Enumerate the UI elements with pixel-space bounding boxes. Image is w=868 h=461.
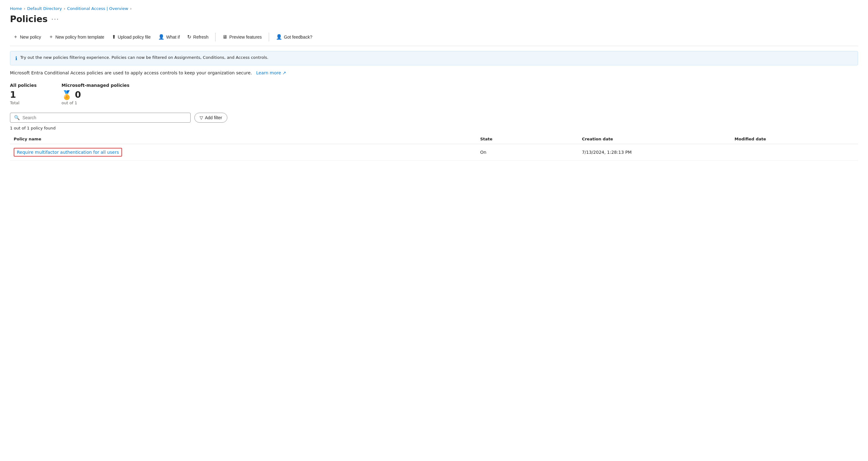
breadcrumb: Home › Default Directory › Conditional A… [10, 6, 858, 11]
upload-icon: ⬆ [112, 34, 116, 40]
toolbar: ＋ New policy ＋ New policy from template … [10, 32, 858, 46]
page-menu-button[interactable]: ··· [52, 15, 59, 23]
toolbar-divider-2 [269, 33, 269, 41]
preview-features-button[interactable]: 🖥 Preview features [219, 32, 265, 42]
add-filter-button[interactable]: ▽ Add filter [194, 113, 227, 123]
search-filter-row: 🔍 ▽ Add filter [10, 113, 858, 123]
info-icon: ℹ [15, 56, 17, 61]
policy-table: Policy name State Creation date Modified… [10, 134, 858, 161]
description: Microsoft Entra Conditional Access polic… [10, 70, 858, 75]
person-icon: 👤 [158, 34, 164, 40]
info-banner-text: Try out the new policies filtering exper… [20, 55, 269, 60]
policy-link[interactable]: Require multifactor authentication for a… [14, 148, 122, 157]
got-feedback-label: Got feedback? [284, 35, 312, 39]
add-filter-label: Add filter [205, 115, 222, 120]
description-text: Microsoft Entra Conditional Access polic… [10, 70, 252, 75]
managed-policies-label: Microsoft-managed policies [61, 83, 129, 88]
what-if-button[interactable]: 👤 What if [155, 32, 183, 42]
search-icon: 🔍 [14, 115, 20, 121]
all-policies-stat: All policies 1 Total [10, 83, 36, 105]
policy-created-cell: 7/13/2024, 1:28:13 PM [578, 144, 731, 161]
learn-more-label: Learn more [256, 70, 281, 75]
upload-policy-button[interactable]: ⬆ Upload policy file [109, 32, 154, 42]
col-header-state: State [476, 134, 578, 144]
col-header-name: Policy name [10, 134, 476, 144]
got-feedback-button[interactable]: 👤 Got feedback? [273, 32, 315, 42]
learn-more-link[interactable]: Learn more ↗ [255, 70, 286, 75]
breadcrumb-sep-2: › [64, 6, 65, 11]
new-policy-from-template-button[interactable]: ＋ New policy from template [45, 32, 107, 42]
stats-section: All policies 1 Total Microsoft-managed p… [10, 83, 858, 105]
search-box: 🔍 [10, 113, 191, 123]
breadcrumb-sep-3: › [130, 6, 132, 11]
policy-state-cell: On [476, 144, 578, 161]
page-title: Policies [10, 14, 48, 24]
what-if-label: What if [166, 35, 180, 39]
managed-policies-sub: out of 1 [61, 101, 129, 105]
preview-icon: 🖥 [222, 34, 227, 40]
filter-icon: ▽ [199, 115, 203, 120]
new-policy-from-template-label: New policy from template [56, 35, 104, 39]
feedback-icon: 👤 [276, 34, 282, 40]
breadcrumb-home[interactable]: Home [10, 6, 22, 11]
table-row: Require multifactor authentication for a… [10, 144, 858, 161]
breadcrumb-sep-1: › [24, 6, 25, 11]
refresh-label: Refresh [193, 35, 208, 39]
col-header-modified: Modified date [731, 134, 858, 144]
table-header-row: Policy name State Creation date Modified… [10, 134, 858, 144]
breadcrumb-default-directory[interactable]: Default Directory [27, 6, 62, 11]
col-header-created: Creation date [578, 134, 731, 144]
all-policies-label: All policies [10, 83, 36, 88]
policy-modified-cell [731, 144, 858, 161]
plus-icon-2: ＋ [49, 34, 54, 40]
plus-icon: ＋ [13, 34, 18, 40]
page-title-row: Policies ··· [10, 14, 858, 24]
info-banner: ℹ Try out the new policies filtering exp… [10, 51, 858, 65]
medal-icon: 🏅 [61, 90, 72, 100]
toolbar-divider-1 [215, 33, 216, 41]
policy-name-cell: Require multifactor authentication for a… [10, 144, 476, 161]
refresh-button[interactable]: ↻ Refresh [184, 32, 212, 42]
upload-policy-label: Upload policy file [118, 35, 151, 39]
new-policy-label: New policy [20, 35, 41, 39]
refresh-icon: ↻ [187, 34, 191, 40]
all-policies-value: 1 [10, 90, 36, 100]
new-policy-button[interactable]: ＋ New policy [10, 32, 44, 42]
managed-policies-stat: Microsoft-managed policies 🏅 0 out of 1 [61, 83, 129, 105]
search-input[interactable] [23, 115, 187, 120]
managed-policies-value-row: 🏅 0 [61, 90, 129, 101]
all-policies-sub: Total [10, 101, 36, 105]
results-count: 1 out of 1 policy found [10, 126, 858, 130]
external-link-icon: ↗ [282, 70, 286, 75]
breadcrumb-conditional-access[interactable]: Conditional Access | Overview [67, 6, 128, 11]
managed-policies-value: 0 [75, 90, 81, 100]
preview-features-label: Preview features [229, 35, 261, 39]
